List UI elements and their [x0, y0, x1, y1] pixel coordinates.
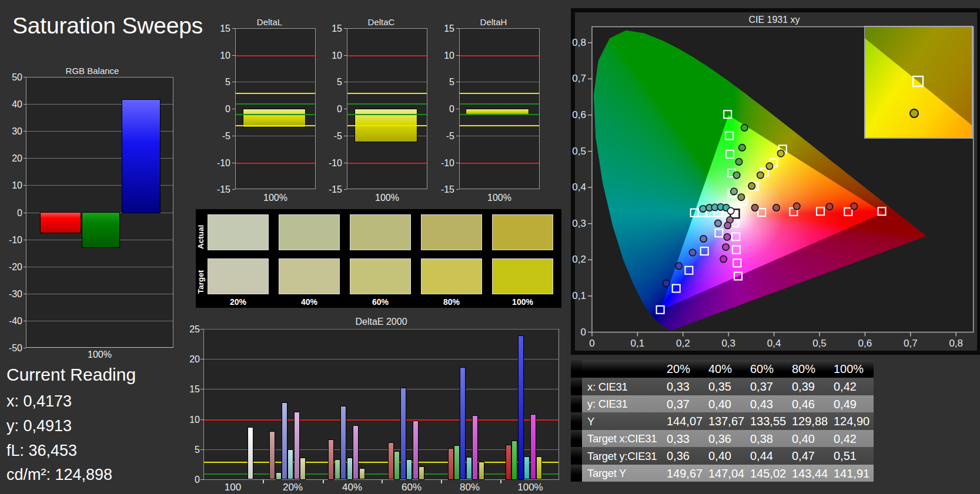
svg-text:0,2: 0,2 [676, 338, 690, 349]
svg-text:0,4: 0,4 [572, 182, 586, 193]
svg-text:0,3: 0,3 [572, 218, 586, 229]
svg-text:0,1: 0,1 [631, 338, 645, 349]
svg-text:0,8: 0,8 [949, 338, 963, 349]
svg-text:0,7: 0,7 [904, 338, 918, 349]
svg-text:0,5: 0,5 [572, 146, 586, 157]
svg-text:0,3: 0,3 [721, 338, 735, 349]
svg-text:0,2: 0,2 [572, 254, 586, 265]
svg-text:0: 0 [581, 327, 586, 338]
svg-text:0,4: 0,4 [767, 338, 781, 349]
svg-text:CIE 1931 xy: CIE 1931 xy [748, 15, 800, 25]
svg-text:0,5: 0,5 [812, 338, 827, 349]
svg-text:0,7: 0,7 [572, 73, 586, 84]
svg-text:0,6: 0,6 [572, 109, 586, 120]
svg-text:0,6: 0,6 [858, 338, 872, 349]
svg-text:0,8: 0,8 [572, 37, 586, 48]
svg-text:0: 0 [589, 338, 594, 349]
svg-text:0,1: 0,1 [572, 290, 586, 301]
